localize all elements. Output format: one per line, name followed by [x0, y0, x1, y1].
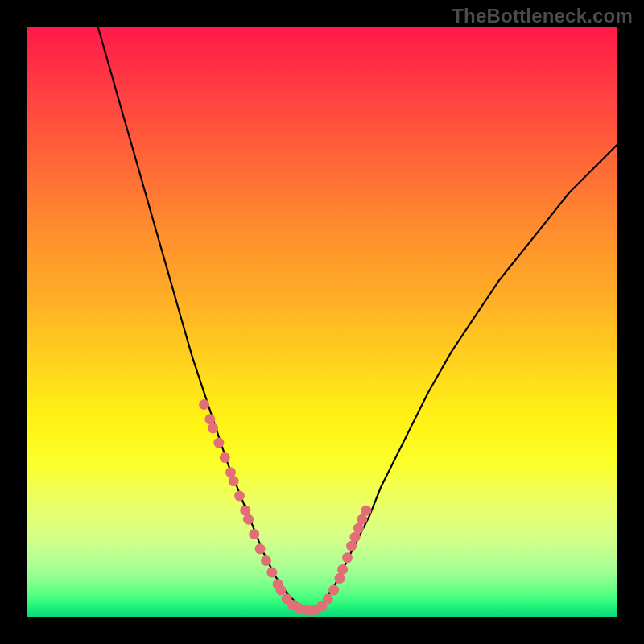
marker-point: [213, 438, 224, 448]
marker-point: [261, 555, 271, 566]
marker-layer: [199, 399, 371, 616]
marker-point: [361, 506, 371, 516]
marker-point: [249, 529, 259, 539]
marker-point: [204, 414, 215, 424]
marker-point: [342, 552, 353, 563]
marker-point: [337, 564, 348, 575]
marker-point: [323, 594, 333, 605]
marker-point: [208, 423, 218, 433]
marker-point: [234, 490, 245, 501]
marker-point: [266, 568, 277, 578]
outer-frame: TheBottleneck.com: [0, 0, 644, 644]
chart-svg: [27, 27, 617, 617]
marker-point: [229, 476, 239, 486]
marker-point: [220, 452, 230, 463]
plot-area: [27, 27, 617, 617]
marker-point: [199, 399, 209, 410]
watermark-text: TheBottleneck.com: [452, 5, 633, 27]
marker-point: [240, 506, 250, 516]
marker-point: [328, 585, 339, 596]
marker-point: [255, 543, 266, 554]
marker-point: [335, 573, 345, 584]
marker-point: [275, 585, 286, 596]
marker-point: [243, 514, 254, 525]
